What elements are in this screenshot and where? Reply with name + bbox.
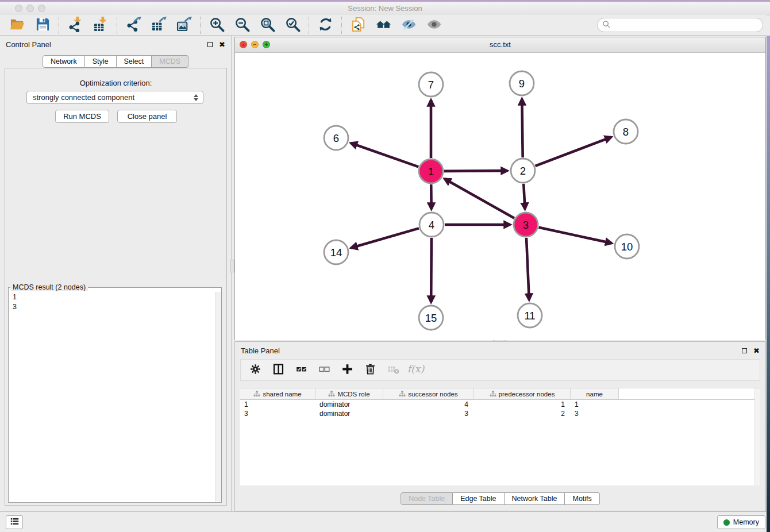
tab-style[interactable]: Style — [85, 55, 117, 68]
run-mcds-button[interactable]: Run MCDS — [55, 110, 109, 123]
edge-2-3[interactable] — [523, 184, 525, 209]
node-11[interactable]: 11 — [518, 303, 542, 327]
table-add-row-button[interactable] — [338, 361, 356, 379]
toolbar-home-view-button[interactable] — [371, 17, 396, 34]
tab-edge-table[interactable]: Edge Table — [453, 492, 504, 505]
edge-2-9[interactable] — [522, 99, 522, 157]
node-10[interactable]: 10 — [615, 234, 639, 259]
mcds-result-scrollbar[interactable] — [215, 292, 221, 502]
zoom-window-light[interactable] — [38, 5, 45, 12]
table-delete-row-button[interactable] — [361, 361, 379, 379]
tab-select[interactable]: Select — [117, 55, 152, 68]
show-all-icon — [426, 17, 442, 34]
node-9[interactable]: 9 — [510, 71, 534, 95]
tab-motifs[interactable]: Motifs — [565, 492, 599, 505]
toolbar-show-all-button[interactable] — [421, 17, 446, 34]
toolbar-save-session-button[interactable] — [30, 17, 55, 34]
toolbar-new-network-from-selection-button[interactable] — [345, 17, 371, 34]
table-settings-button[interactable] — [247, 361, 264, 379]
edge-4-15[interactable] — [431, 238, 432, 302]
node-14[interactable]: 14 — [324, 240, 348, 264]
network-minimize-icon[interactable] — [251, 41, 259, 48]
float-table-panel-icon[interactable] — [742, 348, 747, 353]
table-cell: 1 — [240, 400, 315, 408]
table-header-row: shared nameMCDS rolesuccessor nodesprede… — [240, 388, 760, 400]
toolbar-zoom-selected-button[interactable] — [280, 17, 305, 34]
node-1[interactable]: 1 — [419, 159, 443, 183]
search-box[interactable] — [597, 18, 763, 32]
optimization-criterion-select[interactable]: strongly connected component — [26, 91, 203, 104]
toolbar-open-session-button[interactable] — [5, 17, 30, 34]
node-4[interactable]: 4 — [419, 213, 444, 237]
table-cell: 3 — [240, 410, 315, 418]
minimize-window-light[interactable] — [26, 5, 34, 12]
tab-mcds[interactable]: MCDS — [152, 55, 188, 68]
column-header-successor-nodes[interactable]: successor nodes — [383, 388, 474, 399]
tab-network[interactable]: Network — [43, 55, 85, 68]
mcds-result-box: MCDS result (2 nodes) 1 3 — [8, 283, 222, 503]
close-table-panel-icon[interactable] — [753, 347, 760, 354]
edge-1-2[interactable] — [444, 171, 507, 171]
network-canvas[interactable]: 7968124314101511 — [235, 53, 765, 340]
toolbar-zoom-fit-button[interactable] — [255, 17, 280, 34]
table-row[interactable]: 1dominator411 — [240, 400, 760, 409]
table-function-builder-button[interactable]: f(x) — [407, 361, 425, 379]
node-15[interactable]: 15 — [419, 306, 443, 330]
toolbar-import-table-button[interactable] — [88, 17, 113, 34]
table-panel: Table Panel f(x) shared nameMCDS rolesuc… — [234, 341, 766, 511]
node-6[interactable]: 6 — [324, 126, 348, 150]
edge-3-10[interactable] — [538, 228, 611, 243]
column-tree-icon — [399, 391, 406, 397]
network-close-icon[interactable] — [240, 41, 247, 48]
optimization-criterion-label: Optimization criterion: — [5, 79, 226, 87]
tab-node-table[interactable]: Node Table — [401, 492, 453, 505]
toolbar-refresh-view-button[interactable] — [313, 17, 338, 34]
network-maximize-icon[interactable] — [263, 41, 270, 48]
app-window-lights — [15, 5, 45, 12]
svg-text:9: 9 — [519, 78, 525, 90]
edge-3-1[interactable] — [445, 179, 514, 218]
node-8[interactable]: 8 — [614, 119, 638, 144]
tab-network-table[interactable]: Network Table — [505, 492, 565, 505]
table-select-all-button[interactable] — [292, 361, 310, 379]
close-panel-icon[interactable] — [219, 41, 225, 48]
svg-text:3: 3 — [523, 219, 529, 231]
toolbar-export-network-button[interactable] — [121, 17, 146, 34]
mcds-panel: Optimization criterion: strongly connect… — [5, 68, 227, 506]
vertical-splitter-grip[interactable] — [230, 260, 234, 272]
close-window-light[interactable] — [15, 5, 22, 12]
edge-4-14[interactable] — [351, 228, 419, 248]
float-panel-icon[interactable] — [207, 42, 213, 47]
table-columns-button[interactable] — [270, 361, 287, 379]
toolbar-zoom-out-button[interactable] — [229, 17, 255, 34]
node-3[interactable]: 3 — [514, 213, 538, 237]
close-panel-button[interactable]: Close panel — [117, 110, 177, 123]
table-cell: 1 — [571, 400, 619, 408]
toolbar-export-image-button[interactable] — [171, 17, 197, 34]
edge-3-11[interactable] — [526, 238, 529, 300]
search-input[interactable] — [613, 20, 758, 30]
toolbar-export-table-button[interactable] — [146, 17, 171, 34]
svg-text:f(x): f(x) — [407, 363, 425, 375]
edge-1-6[interactable] — [351, 143, 418, 167]
toolbar-zoom-in-button[interactable] — [204, 17, 229, 34]
table-deselect-all-button[interactable] — [315, 361, 333, 379]
column-header-predecessor-nodes[interactable]: predecessor nodes — [474, 388, 571, 399]
edge-2-8[interactable] — [536, 137, 611, 166]
toolbar-import-network-button[interactable] — [63, 17, 88, 34]
table-row[interactable]: 3dominator323 — [240, 409, 760, 418]
column-header-label: successor nodes — [408, 391, 457, 398]
toolbar-hide-selected-button[interactable] — [396, 17, 421, 34]
task-history-button[interactable] — [6, 515, 23, 529]
node-7[interactable]: 7 — [419, 72, 443, 97]
table-delete-table-button[interactable] — [384, 361, 402, 379]
zoom-in-icon — [209, 17, 225, 34]
column-header-name[interactable]: name — [571, 388, 619, 399]
svg-text:2: 2 — [520, 165, 526, 177]
memory-button[interactable]: Memory — [717, 515, 765, 529]
add-row-icon — [341, 363, 353, 377]
table-scrollbar[interactable] — [754, 388, 760, 485]
column-header-mcds-role[interactable]: MCDS role — [315, 388, 383, 399]
column-header-shared-name[interactable]: shared name — [240, 388, 315, 399]
node-2[interactable]: 2 — [511, 159, 535, 183]
